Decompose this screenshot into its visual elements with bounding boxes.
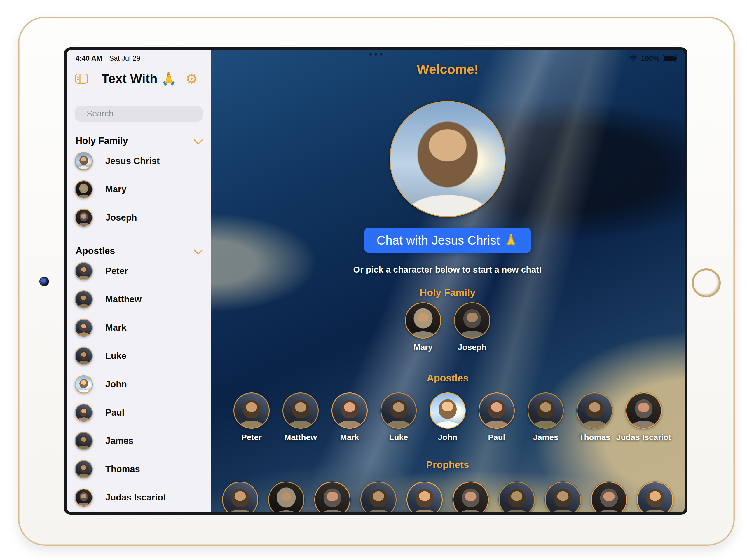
status-time: 4:40 AM xyxy=(76,54,102,62)
character-name: Paul xyxy=(488,433,505,442)
home-button[interactable] xyxy=(692,269,721,297)
settings-button[interactable]: ⚙ xyxy=(186,72,198,85)
avatar xyxy=(626,392,662,429)
character-chip-prophet[interactable] xyxy=(637,482,673,512)
character-name: John xyxy=(438,433,458,442)
avatar xyxy=(453,482,489,512)
search-icon xyxy=(80,110,83,118)
character-chip-judas-iscariot[interactable]: Judas Iscariot xyxy=(626,392,662,442)
character-chip-thomas[interactable]: Thomas xyxy=(576,392,613,442)
avatar xyxy=(75,152,93,170)
sidebar-item-paul[interactable]: Paul xyxy=(67,398,211,427)
character-chip-joseph[interactable]: Joseph xyxy=(454,302,490,352)
avatar xyxy=(527,392,564,429)
character-name: Mark xyxy=(340,433,359,442)
chevron-down-icon xyxy=(194,245,203,255)
avatar xyxy=(233,392,269,429)
avatar xyxy=(75,319,93,336)
section-label: Apostles xyxy=(76,246,115,256)
sidebar-item-luke[interactable]: Luke xyxy=(67,342,211,370)
sidebar-item-judas-iscariot[interactable]: Judas Iscariot xyxy=(67,483,211,512)
app-window: 4:40 AM Sat Jul 29 xyxy=(67,50,685,512)
character-chip-prophet[interactable] xyxy=(545,482,581,512)
sidebar-item-matthew[interactable]: Matthew xyxy=(67,285,211,313)
character-chip-james[interactable]: James xyxy=(527,392,564,442)
character-chip-paul[interactable]: Paul xyxy=(479,392,515,442)
status-date: Sat Jul 29 xyxy=(109,54,140,62)
ipad-frame: 4:40 AM Sat Jul 29 xyxy=(18,17,735,546)
battery-percent: 100% xyxy=(641,54,660,63)
battery-icon xyxy=(663,55,676,62)
avatar xyxy=(499,482,535,512)
multitask-handle[interactable] xyxy=(369,53,382,56)
character-chip-prophet[interactable] xyxy=(591,482,627,512)
sidebar-item-peter[interactable]: Peter xyxy=(67,257,211,285)
character-chip-mary[interactable]: Mary xyxy=(405,302,441,352)
sidebar-section-apostles[interactable]: Apostles xyxy=(67,245,211,257)
avatar xyxy=(360,482,396,512)
avatar xyxy=(75,432,93,450)
character-chip-prophet[interactable] xyxy=(453,482,489,512)
sidebar-item-john[interactable]: John xyxy=(67,370,211,398)
avatar xyxy=(75,404,93,422)
avatar xyxy=(268,482,304,512)
character-chip-prophet[interactable] xyxy=(314,482,351,512)
sidebar-header: Text With 🙏 ⚙ xyxy=(67,70,211,87)
sidebar-section-holy-family[interactable]: Holy Family xyxy=(67,134,211,147)
section-label: Holy Family xyxy=(76,135,128,146)
sidebar-item-james[interactable]: James xyxy=(67,427,211,455)
sidebar-item-label: Jesus Christ xyxy=(105,156,160,166)
character-chip-prophet[interactable] xyxy=(499,482,535,512)
sidebar-toggle-button[interactable] xyxy=(75,73,88,84)
sidebar-item-thomas[interactable]: Thomas xyxy=(67,455,211,483)
sidebar-item-label: Peter xyxy=(105,266,128,276)
sidebar-item-label: Luke xyxy=(105,351,126,361)
front-camera-icon xyxy=(40,278,48,285)
avatar xyxy=(405,302,441,338)
avatar xyxy=(75,262,93,280)
sidebar-item-mark[interactable]: Mark xyxy=(67,313,211,342)
avatar xyxy=(637,482,673,512)
avatar xyxy=(75,376,93,393)
character-name: Peter xyxy=(241,433,262,442)
avatar xyxy=(222,482,258,512)
chat-with-jesus-button[interactable]: Chat with Jesus Christ 🙏 xyxy=(364,228,532,253)
character-chip-prophet[interactable] xyxy=(222,482,258,512)
character-chip-matthew[interactable]: Matthew xyxy=(282,392,319,442)
character-chip-prophet[interactable] xyxy=(268,482,304,512)
avatar xyxy=(381,392,417,429)
sidebar-item-joseph[interactable]: Joseph xyxy=(67,203,211,232)
character-chip-peter[interactable]: Peter xyxy=(233,392,269,442)
main-section-apostles: Apostles xyxy=(211,372,685,384)
avatar xyxy=(75,489,93,506)
avatar xyxy=(454,302,490,338)
welcome-title: Welcome! xyxy=(211,62,685,77)
avatar xyxy=(591,482,627,512)
holy-family-row: Mary Joseph xyxy=(211,302,685,352)
avatar xyxy=(430,392,466,429)
sidebar-toggle-icon xyxy=(75,73,88,84)
character-name: Matthew xyxy=(284,433,317,442)
character-name: Thomas xyxy=(579,433,610,442)
sidebar-item-label: Mary xyxy=(105,184,126,195)
character-chip-luke[interactable]: Luke xyxy=(381,392,417,442)
sidebar-item-label: Paul xyxy=(105,407,124,418)
avatar xyxy=(545,482,581,512)
search-input[interactable] xyxy=(86,108,197,119)
sidebar-item-mary[interactable]: Mary xyxy=(67,175,211,203)
sidebar-item-jesus-christ[interactable]: Jesus Christ xyxy=(67,147,211,175)
character-chip-prophet[interactable] xyxy=(407,482,443,512)
wifi-icon xyxy=(629,55,638,62)
character-name: Mary xyxy=(413,342,433,352)
avatar xyxy=(479,392,515,429)
sidebar-item-label: Matthew xyxy=(105,294,141,305)
chevron-down-icon xyxy=(194,135,203,145)
search-field[interactable] xyxy=(75,106,203,122)
main-section-prophets: Prophets xyxy=(211,459,685,470)
screen-bezel: 4:40 AM Sat Jul 29 xyxy=(64,47,688,515)
character-chip-prophet[interactable] xyxy=(360,482,396,512)
status-bar-right: 100% xyxy=(629,54,676,63)
character-chip-mark[interactable]: Mark xyxy=(332,392,368,442)
apostles-row: Peter Matthew Mark Luke xyxy=(211,392,685,442)
character-chip-john[interactable]: John xyxy=(430,392,466,442)
